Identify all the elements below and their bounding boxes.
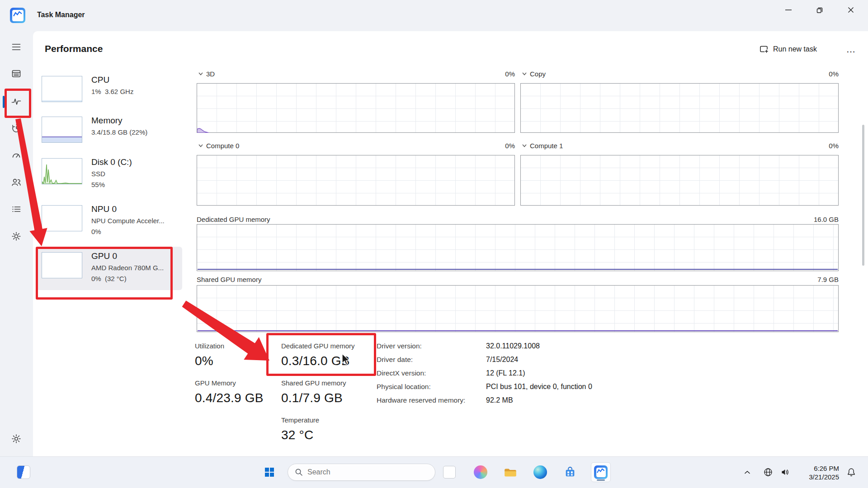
stat-value: 0.1/7.9 GB bbox=[281, 391, 346, 405]
perf-item-cpu[interactable]: CPU 1% 3.62 GHz bbox=[33, 76, 185, 110]
edge-button[interactable] bbox=[530, 462, 550, 482]
taskbar-search[interactable] bbox=[288, 464, 435, 481]
tray-chevron-icon bbox=[742, 467, 752, 477]
navigation-rail bbox=[0, 31, 33, 456]
sidebar-item-performance[interactable] bbox=[7, 93, 25, 111]
close-button[interactable] bbox=[835, 0, 866, 20]
perf-item-detail2: 55% bbox=[91, 181, 105, 188]
notifications-button[interactable] bbox=[844, 466, 858, 479]
search-input[interactable] bbox=[307, 468, 416, 476]
vertical-scrollbar[interactable] bbox=[862, 125, 864, 266]
chevron-down-icon[interactable] bbox=[197, 141, 205, 150]
screen: Task Manager bbox=[0, 0, 868, 488]
perf-item-gpu0[interactable]: GPU 0 AMD Radeon 780M G... 0% (32 °C) bbox=[33, 252, 185, 292]
3d-usage-blip bbox=[197, 126, 211, 133]
sidebar-item-details[interactable] bbox=[7, 200, 25, 218]
chevron-down-icon[interactable] bbox=[520, 141, 528, 150]
perf-item-name: GPU 0 bbox=[91, 251, 117, 261]
store-button[interactable] bbox=[560, 462, 580, 482]
widgets-button[interactable] bbox=[14, 462, 33, 482]
run-new-task-icon bbox=[759, 44, 769, 54]
menu-button[interactable] bbox=[7, 38, 25, 56]
minimize-button[interactable] bbox=[773, 0, 804, 20]
gpu-mini-chart bbox=[42, 252, 82, 278]
perf-item-name: CPU bbox=[91, 75, 109, 85]
page-title: Performance bbox=[45, 43, 103, 54]
chevron-down-icon[interactable] bbox=[520, 70, 528, 78]
detail-value: 12 (FL 12.1) bbox=[486, 369, 592, 377]
dedicated-memory-usage-line bbox=[198, 269, 838, 270]
chart-header-dedicated-memory: Dedicated GPU memory 16.0 GB bbox=[197, 214, 839, 224]
stat-value: 0.4/23.9 GB bbox=[195, 391, 264, 405]
detail-label: Hardware reserved memory: bbox=[377, 396, 486, 404]
memory-mini-chart bbox=[42, 117, 82, 143]
stat-value: 32 °C bbox=[281, 428, 319, 442]
detail-value: 92.2 MB bbox=[486, 396, 592, 404]
content-panel: Performance Run new task … CPU 1% 3.62 G… bbox=[33, 31, 868, 456]
network-button[interactable] bbox=[761, 466, 775, 479]
details-icon bbox=[11, 204, 22, 215]
clock-date: 3/21/2025 bbox=[809, 473, 839, 481]
sidebar-item-app-history[interactable] bbox=[7, 119, 25, 137]
cpu-mini-chart bbox=[42, 76, 82, 102]
perf-item-memory[interactable]: Memory 3.4/15.8 GB (22%) bbox=[33, 117, 185, 151]
perf-item-detail: 1% 3.62 GHz bbox=[91, 88, 133, 95]
store-icon bbox=[564, 466, 576, 479]
chart-title: 3D bbox=[206, 70, 215, 78]
disk-usage-spikes bbox=[42, 159, 82, 184]
settings-icon bbox=[11, 433, 22, 444]
stat-gpu-memory: GPU Memory 0.4/23.9 GB bbox=[195, 379, 264, 405]
window-title: Task Manager bbox=[37, 11, 85, 19]
run-new-task-button[interactable]: Run new task bbox=[755, 42, 821, 56]
taskbar: 6:26 PM 3/21/2025 bbox=[0, 456, 868, 488]
copilot-icon bbox=[474, 465, 487, 479]
clock-time: 6:26 PM bbox=[809, 464, 839, 473]
hamburger-icon bbox=[11, 42, 22, 52]
detail-label: Physical location: bbox=[377, 383, 486, 391]
chart-title: Compute 0 bbox=[206, 142, 239, 150]
chart-compute0 bbox=[197, 155, 515, 206]
chart-header-3d: 3D 0% bbox=[197, 69, 515, 79]
sidebar-item-services[interactable] bbox=[7, 227, 25, 245]
run-new-task-label: Run new task bbox=[773, 45, 817, 53]
chart-title: Copy bbox=[530, 70, 546, 78]
settings-button[interactable] bbox=[7, 430, 25, 448]
stat-label: Shared GPU memory bbox=[281, 379, 346, 387]
selected-indicator bbox=[3, 96, 5, 108]
taskbar-clock[interactable]: 6:26 PM 3/21/2025 bbox=[809, 464, 839, 481]
file-explorer-button[interactable] bbox=[500, 462, 520, 482]
stat-label: Dedicated GPU memory bbox=[281, 342, 355, 350]
perf-item-detail2: 0% (32 °C) bbox=[91, 275, 127, 282]
copilot-button[interactable] bbox=[471, 462, 491, 482]
start-button[interactable] bbox=[259, 462, 279, 482]
maximize-restore-button[interactable] bbox=[804, 0, 835, 20]
detail-value: 7/15/2024 bbox=[486, 356, 592, 364]
sidebar-item-users[interactable] bbox=[7, 173, 25, 191]
perf-item-name: Disk 0 (C:) bbox=[91, 157, 132, 167]
perf-item-detail: AMD Radeon 780M G... bbox=[91, 264, 164, 272]
chart-value: 0% bbox=[829, 142, 839, 150]
active-app-indicator bbox=[597, 479, 605, 481]
task-manager-taskbar-button[interactable] bbox=[591, 462, 611, 482]
detail-value: PCI bus 101, device 0, function 0 bbox=[486, 383, 592, 391]
volume-button[interactable] bbox=[778, 466, 792, 479]
network-icon bbox=[763, 467, 774, 478]
perf-item-detail: SSD bbox=[91, 170, 105, 178]
close-icon bbox=[845, 5, 856, 15]
performance-icon bbox=[11, 96, 22, 107]
tray-show-hidden-button[interactable] bbox=[741, 466, 754, 479]
pinned-app-button[interactable] bbox=[439, 462, 459, 482]
stat-utilization: Utilization 0% bbox=[195, 342, 224, 368]
more-options-button[interactable]: … bbox=[840, 41, 861, 57]
perf-item-detail: 3.4/15.8 GB (22%) bbox=[91, 128, 147, 136]
sidebar-item-processes[interactable] bbox=[7, 65, 25, 83]
npu-mini-chart bbox=[42, 205, 82, 231]
perf-item-disk0[interactable]: Disk 0 (C:) SSD 55% bbox=[33, 158, 185, 198]
services-icon bbox=[11, 231, 22, 242]
chevron-down-icon[interactable] bbox=[197, 70, 205, 78]
stat-label: Utilization bbox=[195, 342, 224, 350]
chart-title: Dedicated GPU memory bbox=[197, 216, 270, 223]
sidebar-item-startup-apps[interactable] bbox=[7, 146, 25, 164]
perf-item-npu0[interactable]: NPU 0 NPU Compute Acceler... 0% bbox=[33, 205, 185, 245]
chart-header-compute0: Compute 0 0% bbox=[197, 141, 515, 150]
